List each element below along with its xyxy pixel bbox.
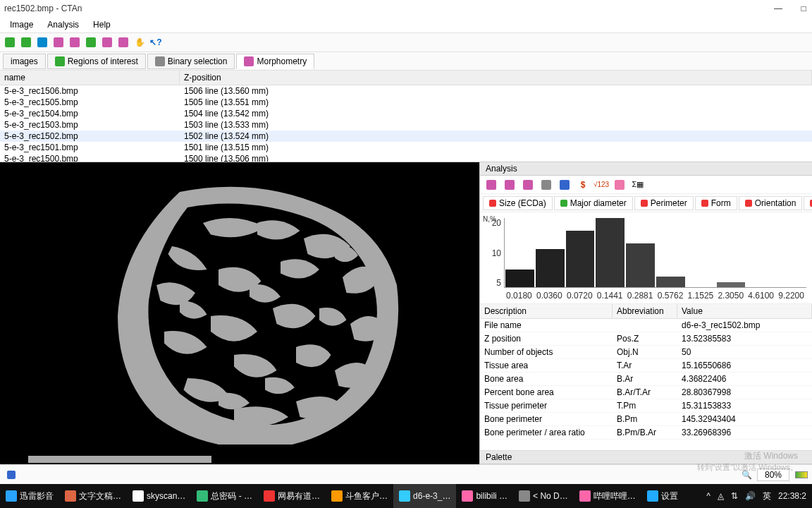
taskbar-item[interactable]: 哔哩哔哩… bbox=[574, 484, 641, 508]
tool-7[interactable] bbox=[100, 35, 114, 49]
atab-size[interactable]: Size (ECDa) bbox=[483, 196, 553, 210]
result-row[interactable]: Bone perimeterB.Pm145.32943404 bbox=[480, 413, 812, 426]
toolbar: ✋ ↖? bbox=[0, 32, 812, 52]
tab-images[interactable]: images bbox=[3, 54, 46, 69]
file-row[interactable]: 5-e-3_rec1502.bmp1502 line (13.524 mm) bbox=[0, 131, 812, 142]
result-row[interactable]: Bone perimeter / area ratioB.Pm/B.Ar33.2… bbox=[480, 426, 812, 440]
file-row[interactable]: 5-e-3_rec1506.bmp1506 line (13.560 mm) bbox=[0, 85, 812, 97]
tool-2[interactable] bbox=[19, 35, 33, 49]
file-row[interactable]: 5-e-3_rec1500.bmp1500 line (13.506 mm) bbox=[0, 153, 812, 162]
tool-1[interactable] bbox=[3, 35, 17, 49]
window-title: rec1502.bmp - CTAn bbox=[4, 4, 82, 13]
analysis-header: Analysis bbox=[480, 162, 812, 176]
atool-7[interactable]: √123 bbox=[594, 178, 608, 192]
atab-porosity[interactable]: Porosity bbox=[804, 196, 812, 210]
atool-8[interactable] bbox=[613, 178, 627, 192]
chart-bar bbox=[596, 218, 625, 287]
file-row[interactable]: 5-e-3_rec1504.bmp1504 line (13.542 mm) bbox=[0, 108, 812, 119]
atool-2[interactable] bbox=[503, 178, 517, 192]
taskbar-item[interactable]: skyscan… bbox=[127, 484, 191, 508]
tool-6[interactable] bbox=[84, 35, 98, 49]
tray-wifi-icon[interactable]: ⇅ bbox=[731, 491, 738, 501]
tray-network-icon[interactable]: ◬ bbox=[718, 491, 724, 501]
taskbar-item[interactable]: < No D… bbox=[513, 484, 574, 508]
middle-split: Analysis $ √123 Σ▦ Size (ECDa) Major dia… bbox=[0, 162, 812, 464]
atool-6[interactable]: $ bbox=[576, 178, 590, 192]
tray-ime[interactable]: 英 bbox=[763, 490, 771, 502]
menu-analysis[interactable]: Analysis bbox=[40, 18, 86, 31]
atab-orientation[interactable]: Orientation bbox=[739, 196, 803, 210]
tray-time[interactable]: 22:38:2 bbox=[778, 491, 806, 501]
taskbar-item[interactable]: 设置 bbox=[641, 484, 684, 508]
magnify-icon[interactable]: 🔍 bbox=[742, 470, 751, 480]
image-viewer[interactable] bbox=[0, 162, 479, 464]
tool-8[interactable] bbox=[116, 35, 130, 49]
chart-bar bbox=[626, 243, 655, 287]
atool-1[interactable] bbox=[484, 178, 498, 192]
chart-bar bbox=[566, 231, 595, 287]
result-row[interactable]: Percent bone areaB.Ar/T.Ar28.80367998 bbox=[480, 386, 812, 399]
status-bar: 🔍 bbox=[0, 464, 812, 484]
taskbar-item[interactable]: 迅雷影音 bbox=[0, 484, 59, 508]
col-name[interactable]: name bbox=[0, 71, 180, 85]
horizontal-scrollbar-thumb[interactable] bbox=[28, 456, 211, 463]
tab-roi[interactable]: Regions of interest bbox=[47, 54, 146, 69]
result-row[interactable]: Tissue perimeterT.Pm15.31153833 bbox=[480, 399, 812, 413]
window-controls: — □ bbox=[774, 4, 808, 13]
minimize-icon[interactable]: — bbox=[774, 4, 782, 13]
atool-3[interactable] bbox=[521, 178, 535, 192]
taskbar-item[interactable]: 文字文稿… bbox=[59, 484, 127, 508]
result-row[interactable]: File named6-e-3_rec1502.bmp bbox=[480, 319, 812, 332]
atool-5[interactable] bbox=[558, 178, 572, 192]
analysis-panel: Analysis $ √123 Σ▦ Size (ECDa) Major dia… bbox=[479, 162, 812, 464]
result-row[interactable]: Bone areaB.Ar4.36822406 bbox=[480, 373, 812, 386]
system-tray[interactable]: ^ ◬ ⇅ 🔊 英 22:38:2 bbox=[701, 490, 812, 502]
taskbar-item[interactable]: bilibili … bbox=[456, 484, 513, 508]
histogram-chart: N,% 20 10 5 0.01800.03600.07200.14410.28… bbox=[480, 212, 812, 304]
atool-9[interactable]: Σ▦ bbox=[631, 178, 645, 192]
tool-4[interactable] bbox=[51, 35, 66, 49]
menu-help[interactable]: Help bbox=[86, 18, 118, 31]
file-row[interactable]: 5-e-3_rec1501.bmp1501 line (13.515 mm) bbox=[0, 142, 812, 153]
maximize-icon[interactable]: □ bbox=[799, 4, 808, 13]
result-row[interactable]: Z positionPos.Z13.52385583 bbox=[480, 332, 812, 346]
atab-perimeter[interactable]: Perimeter bbox=[634, 196, 694, 210]
tray-chevron-icon[interactable]: ^ bbox=[706, 491, 710, 501]
tray-volume-icon[interactable]: 🔊 bbox=[745, 491, 756, 501]
file-row[interactable]: 5-e-3_rec1503.bmp1503 line (13.533 mm) bbox=[0, 119, 812, 131]
palette-header[interactable]: Palette bbox=[480, 450, 812, 464]
tool-5[interactable] bbox=[68, 35, 82, 49]
menubar: Image Analysis Help bbox=[0, 17, 812, 32]
analysis-toolbar: $ √123 Σ▦ bbox=[480, 176, 812, 194]
tab-morphometry[interactable]: Morphometry bbox=[236, 54, 314, 69]
taskbar-item[interactable]: d6-e-3_… bbox=[393, 484, 456, 508]
chart-bar bbox=[505, 270, 534, 287]
hand-icon[interactable]: ✋ bbox=[133, 35, 147, 49]
help-pointer-icon[interactable]: ↖? bbox=[149, 35, 163, 49]
zoom-input[interactable] bbox=[757, 468, 789, 481]
atool-4[interactable] bbox=[539, 178, 553, 192]
status-icon[interactable] bbox=[4, 468, 18, 482]
ct-slice-image bbox=[0, 162, 479, 445]
file-row[interactable]: 5-e-3_rec1505.bmp1505 line (13.551 mm) bbox=[0, 97, 812, 108]
chart-bar bbox=[717, 282, 746, 287]
result-row[interactable]: Tissue areaT.Ar15.16550686 bbox=[480, 359, 812, 373]
tool-3[interactable] bbox=[35, 35, 49, 49]
taskbar-item[interactable]: 斗鱼客户… bbox=[326, 484, 393, 508]
col-z[interactable]: Z-position bbox=[180, 71, 812, 85]
view-tabs: images Regions of interest Binary select… bbox=[0, 52, 812, 71]
menu-image[interactable]: Image bbox=[3, 18, 40, 31]
file-list: name Z-position 5-e-3_rec1506.bmp1506 li… bbox=[0, 71, 812, 162]
zoom-controls: 🔍 bbox=[742, 468, 808, 481]
results-header: Description Abbreviation Value bbox=[480, 304, 812, 319]
taskbar-item[interactable]: 总密码 - … bbox=[191, 484, 258, 508]
atab-major[interactable]: Major diameter bbox=[554, 196, 633, 210]
atab-form[interactable]: Form bbox=[695, 196, 737, 210]
taskbar-item[interactable]: 网易有道… bbox=[258, 484, 326, 508]
file-rows[interactable]: 5-e-3_rec1506.bmp1506 line (13.560 mm)5-… bbox=[0, 85, 812, 162]
chart-bar bbox=[536, 249, 565, 287]
chart-bar bbox=[656, 277, 685, 287]
titlebar: rec1502.bmp - CTAn — □ bbox=[0, 0, 812, 17]
result-row[interactable]: Number of objectsObj.N50 bbox=[480, 346, 812, 359]
tab-binary[interactable]: Binary selection bbox=[147, 54, 235, 69]
